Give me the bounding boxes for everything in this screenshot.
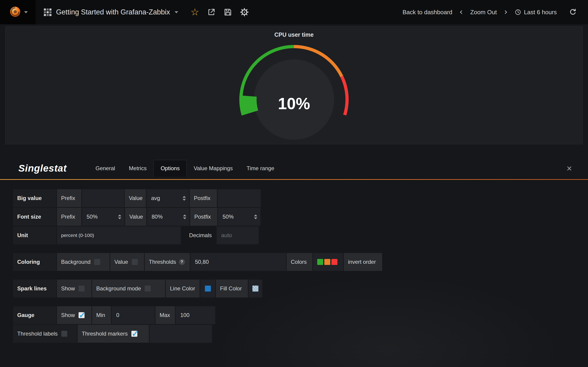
gauge-show-label: Show xyxy=(61,312,75,318)
decimals-input[interactable] xyxy=(216,226,259,244)
grafana-logo-menu[interactable] xyxy=(0,0,36,24)
fill-color-swatch[interactable] xyxy=(252,286,258,292)
gauge-max-input[interactable] xyxy=(176,306,215,324)
settings-gear-icon[interactable] xyxy=(239,7,250,17)
value-function-selected: avg xyxy=(151,195,160,201)
coloring-row: Coloring Background Value Thresholds Col… xyxy=(13,253,588,271)
threshold-markers-label: Threshold markers xyxy=(82,331,128,337)
fill-color-label: Fill Color xyxy=(216,280,248,298)
coloring-value-toggle[interactable]: Value xyxy=(110,253,144,271)
gauge-chart: 10% xyxy=(234,42,354,141)
value-function-select[interactable]: avg xyxy=(147,189,189,207)
threshold-markers-checkbox[interactable] xyxy=(131,331,137,337)
share-icon[interactable] xyxy=(206,7,216,17)
font-prefix-label: Prefix xyxy=(57,208,81,226)
gauge-show-toggle[interactable]: Show xyxy=(57,306,91,324)
font-size-label: Font size xyxy=(13,208,56,226)
time-shift-right-icon[interactable] xyxy=(501,9,510,15)
thresholds-input[interactable] xyxy=(190,253,286,271)
dashboard-title-button[interactable]: Getting Started with Grafana-Zabbix xyxy=(36,0,187,24)
gauge-value-bar xyxy=(239,95,258,116)
big-value-row: Big value Prefix Value avg Postfix xyxy=(13,189,588,207)
panel-editor: Singlestat General Metrics Options Value… xyxy=(0,157,588,367)
spark-background-mode-checkbox[interactable] xyxy=(145,286,151,292)
spark-show-label: Show xyxy=(61,285,75,292)
spark-background-mode-toggle[interactable]: Background mode xyxy=(92,280,165,298)
coloring-value-label: Value xyxy=(114,259,128,265)
spark-show-checkbox[interactable] xyxy=(78,286,85,292)
refresh-icon[interactable] xyxy=(568,7,578,17)
prefix-input-cell xyxy=(82,189,124,207)
coloring-background-checkbox[interactable] xyxy=(94,259,100,265)
coloring-background-label: Background xyxy=(61,259,90,265)
threshold-color-swatch-1[interactable] xyxy=(317,259,323,265)
font-value-selected: 80% xyxy=(152,214,163,220)
line-color-label: Line Color xyxy=(166,280,199,298)
value-label: Value xyxy=(125,189,146,207)
coloring-background-toggle[interactable]: Background xyxy=(57,253,110,271)
big-value-prefix-input[interactable] xyxy=(82,189,124,207)
navbar-right-controls: Back to dashboard Zoom Out Last 6 hours xyxy=(398,7,588,17)
gauge-row: Gauge Show Min Max xyxy=(13,306,588,324)
tab-options[interactable]: Options xyxy=(153,160,187,177)
zoom-out-button[interactable]: Zoom Out xyxy=(466,9,501,16)
thresholds-input-cell xyxy=(190,253,286,271)
dashboard-grid-icon xyxy=(44,8,52,16)
gauge-max-label: Max xyxy=(156,306,175,324)
threshold-color-swatch-3[interactable] xyxy=(331,259,337,265)
dashboard-dropdown-caret-icon xyxy=(174,11,178,13)
decimals-input-cell xyxy=(216,226,259,244)
gauge-max-input-cell xyxy=(176,306,215,324)
decimals-label: Decimals xyxy=(182,226,216,244)
threshold-labels-label: Threshold labels xyxy=(17,331,58,337)
threshold-color-swatch-2[interactable] xyxy=(324,259,330,265)
gauge-min-label: Min xyxy=(92,306,111,324)
font-prefix-select[interactable]: 50% xyxy=(82,208,124,226)
stepper-arrows-icon xyxy=(183,196,186,201)
help-icon[interactable] xyxy=(179,259,185,265)
threshold-labels-toggle[interactable]: Threshold labels xyxy=(13,325,77,343)
gauge-thresholds-row: Threshold labels Threshold markers xyxy=(13,325,588,343)
gauge-show-checkbox[interactable] xyxy=(78,312,85,318)
threshold-markers-toggle[interactable]: Threshold markers xyxy=(78,325,149,343)
threshold-labels-checkbox[interactable] xyxy=(61,331,67,337)
tab-time-range[interactable]: Time range xyxy=(240,160,281,177)
coloring-value-checkbox[interactable] xyxy=(132,259,138,265)
time-picker-button[interactable]: Last 6 hours xyxy=(510,9,561,16)
tab-metrics[interactable]: Metrics xyxy=(122,160,153,177)
dashboard-title: Getting Started with Grafana-Zabbix xyxy=(56,8,170,16)
big-value-postfix-input[interactable] xyxy=(217,189,261,207)
grafana-logo-icon xyxy=(8,5,22,20)
panel-preview: CPU user time 10% xyxy=(5,26,583,144)
unit-label: Unit xyxy=(13,226,56,244)
tab-general[interactable]: General xyxy=(89,160,122,177)
gauge-min-input[interactable] xyxy=(112,306,155,324)
panel-type-title: Singlestat xyxy=(18,163,67,174)
close-editor-icon[interactable]: × xyxy=(567,164,572,173)
thresholds-label: Thresholds xyxy=(149,259,176,265)
font-prefix-selected: 50% xyxy=(86,214,98,220)
invert-order-button[interactable]: invert order xyxy=(344,253,382,271)
font-value-select[interactable]: 80% xyxy=(147,208,190,226)
font-size-row: Font size Prefix 50% Value 80% Postfix 5… xyxy=(13,208,588,226)
time-shift-left-icon[interactable] xyxy=(456,9,466,15)
font-postfix-selected: 50% xyxy=(223,214,233,220)
editor-tabbar: Singlestat General Metrics Options Value… xyxy=(0,157,588,179)
coloring-label: Coloring xyxy=(13,253,56,271)
gauge-threshold-segment xyxy=(340,76,349,115)
gauge-value-label: 10% xyxy=(278,95,310,113)
font-postfix-select[interactable]: 50% xyxy=(218,208,260,226)
spark-background-mode-label: Background mode xyxy=(96,285,141,292)
options-form: Big value Prefix Value avg Postfix Font … xyxy=(0,180,588,343)
tab-value-mappings[interactable]: Value Mappings xyxy=(187,160,240,177)
panel-title[interactable]: CPU user time xyxy=(275,31,314,38)
star-icon[interactable]: ☆ xyxy=(190,7,200,17)
spark-show-toggle[interactable]: Show xyxy=(57,280,91,298)
empty-cell xyxy=(149,325,212,343)
save-icon[interactable] xyxy=(223,7,233,17)
line-color-swatch[interactable] xyxy=(205,286,211,292)
back-to-dashboard-button[interactable]: Back to dashboard xyxy=(398,9,457,16)
unit-row: Unit percent (0-100) Decimals xyxy=(13,226,588,244)
unit-value-dropdown[interactable]: percent (0-100) xyxy=(57,226,181,244)
colors-label: Colors xyxy=(287,253,312,271)
